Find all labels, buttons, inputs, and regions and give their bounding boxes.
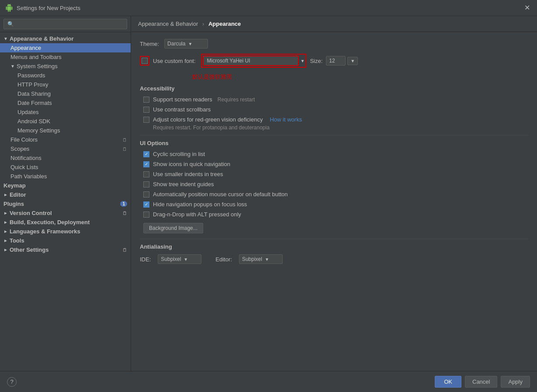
sidebar-item-label: Other Settings <box>10 246 121 253</box>
sidebar-item-version-control[interactable]: ► Version Control 🗒 <box>0 208 131 218</box>
sidebar-item-passwords[interactable]: Passwords <box>0 71 131 80</box>
sidebar-item-menus-toolbars[interactable]: Menus and Toolbars <box>0 52 131 62</box>
expand-arrow: ▼ <box>3 36 8 41</box>
sidebar-item-date-formats[interactable]: Date Formats <box>0 98 131 108</box>
color-deficiency-label: Adjust colors for red-green vision defic… <box>153 116 263 123</box>
window-title: Settings for New Projects <box>17 5 80 11</box>
hide-nav-popups-checkbox[interactable] <box>143 201 149 208</box>
sidebar-item-scopes[interactable]: Scopes 🗒 <box>0 144 131 153</box>
separator <box>140 135 528 135</box>
sidebar-item-label: Tools <box>10 237 127 244</box>
cyclic-scrolling-checkbox[interactable] <box>143 151 149 157</box>
editor-antialiasing-label: Editor: <box>215 256 232 263</box>
sidebar-item-file-colors[interactable]: File Colors 🗒 <box>0 135 131 144</box>
search-box <box>0 16 131 32</box>
icons-quick-nav-checkbox[interactable] <box>143 161 149 167</box>
sidebar-item-label: Data Sharing <box>17 90 127 97</box>
android-icon <box>5 4 13 12</box>
how-it-works-link[interactable]: How it works <box>270 116 302 123</box>
sidebar-item-label: System Settings <box>17 63 127 69</box>
other-settings-icon: 🗒 <box>122 247 127 253</box>
chevron-down-icon: ▼ <box>265 257 269 262</box>
sidebar-item-label: File Colors <box>10 136 121 143</box>
sidebar-item-label: Scopes <box>10 146 121 152</box>
sidebar-item-data-sharing[interactable]: Data Sharing <box>0 89 131 98</box>
drag-drop-alt-label: Drag-n-Drop with ALT pressed only <box>153 211 241 218</box>
sidebar-item-tools[interactable]: ► Tools <box>0 236 131 245</box>
antialiasing-row: IDE: Subpixel ▼ Editor: Subpixel ▼ <box>140 254 528 264</box>
separator2 <box>140 239 528 239</box>
tree-indent-guides-item: Show tree indent guides <box>143 181 528 187</box>
version-control-icon: 🗒 <box>122 211 127 216</box>
background-image-button[interactable]: Background Image... <box>143 223 203 233</box>
cancel-button[interactable]: Cancel <box>465 376 497 388</box>
sidebar-item-updates[interactable]: Updates <box>0 108 131 117</box>
ok-button[interactable]: OK <box>435 376 461 388</box>
sidebar-item-languages-frameworks[interactable]: ► Languages & Frameworks <box>0 227 131 236</box>
tree-indent-guides-label: Show tree indent guides <box>153 181 214 187</box>
sidebar: ▼ Appearance & Behavior Appearance Menus… <box>0 16 131 371</box>
font-dropdown[interactable]: ▼ <box>301 59 305 63</box>
cyclic-scrolling-item: Cyclic scrolling in list <box>143 151 528 157</box>
sidebar-item-path-variables[interactable]: Path Variables <box>0 172 131 181</box>
auto-mouse-cursor-checkbox[interactable] <box>143 191 149 198</box>
screen-readers-checkbox[interactable] <box>143 97 149 103</box>
contrast-scrollbars-label: Use contrast scrollbars <box>153 106 211 113</box>
sidebar-item-label: Version Control <box>10 210 121 216</box>
chevron-down-icon: ▼ <box>184 257 188 262</box>
sidebar-item-notifications[interactable]: Notifications <box>0 153 131 163</box>
ide-antialiasing-dropdown[interactable]: Subpixel ▼ <box>158 254 201 264</box>
auto-mouse-cursor-item: Automatically position mouse cursor on d… <box>143 191 528 198</box>
custom-font-checkbox[interactable] <box>142 58 148 64</box>
sidebar-item-label: Menus and Toolbars <box>10 54 127 60</box>
font-input[interactable] <box>203 56 299 66</box>
help-button[interactable]: ? <box>7 377 17 387</box>
sidebar-item-label: Updates <box>17 109 127 115</box>
sidebar-item-label: Notifications <box>10 155 127 161</box>
editor-antialiasing-value: Subpixel <box>242 256 262 262</box>
apply-button[interactable]: Apply <box>501 376 530 388</box>
sidebar-item-other-settings[interactable]: ► Other Settings 🗒 <box>0 245 131 254</box>
sidebar-item-memory-settings[interactable]: Memory Settings <box>0 126 131 135</box>
size-dropdown[interactable]: ▼ <box>347 57 358 65</box>
sidebar-item-label: Memory Settings <box>17 127 127 134</box>
ui-options-title: UI Options <box>140 140 528 146</box>
sidebar-item-android-sdk[interactable]: Android SDK <box>0 117 131 126</box>
sidebar-item-appearance-behavior[interactable]: ▼ Appearance & Behavior <box>0 34 131 43</box>
theme-dropdown[interactable]: Darcula ▼ <box>164 39 208 49</box>
sidebar-item-http-proxy[interactable]: HTTP Proxy <box>0 80 131 89</box>
sidebar-item-label: Date Formats <box>17 100 127 106</box>
expand-arrow: ► <box>3 247 8 252</box>
tree-indent-guides-checkbox[interactable] <box>143 181 149 187</box>
hide-nav-popups-label: Hide navigation popups on focus loss <box>153 201 247 208</box>
smaller-indents-label: Use smaller indents in trees <box>153 171 223 177</box>
sidebar-item-system-settings[interactable]: ▼ System Settings <box>0 62 131 71</box>
smaller-indents-checkbox[interactable] <box>143 171 149 177</box>
sidebar-item-keymap[interactable]: Keymap <box>0 181 131 190</box>
antialiasing-title: Antialiasing <box>140 243 528 250</box>
sidebar-item-build-execution[interactable]: ► Build, Execution, Deployment <box>0 218 131 227</box>
drag-drop-alt-checkbox[interactable] <box>143 212 149 218</box>
search-input[interactable] <box>3 19 127 29</box>
screen-readers-item: Support screen readers Requires restart <box>143 96 528 103</box>
sidebar-item-appearance[interactable]: Appearance <box>0 43 131 52</box>
sidebar-item-plugins[interactable]: Plugins 1 <box>0 199 131 208</box>
sidebar-item-label: Languages & Frameworks <box>10 228 127 235</box>
icons-quick-nav-item: Show icons in quick navigation <box>143 161 528 167</box>
editor-antialiasing-dropdown[interactable]: Subpixel ▼ <box>239 254 283 264</box>
contrast-scrollbars-checkbox[interactable] <box>143 107 149 113</box>
title-bar-left: Settings for New Projects <box>5 4 80 12</box>
close-button[interactable]: ✕ <box>523 3 532 12</box>
sidebar-item-quick-lists[interactable]: Quick Lists <box>0 163 131 172</box>
scopes-icon: 🗒 <box>122 146 127 152</box>
expand-arrow: ► <box>3 192 8 197</box>
background-image-container: Background Image... <box>143 223 528 233</box>
size-input[interactable] <box>326 56 346 66</box>
title-bar: Settings for New Projects ✕ <box>0 0 537 16</box>
color-deficiency-checkbox[interactable] <box>143 117 149 123</box>
sidebar-item-editor[interactable]: ► Editor <box>0 190 131 199</box>
expand-arrow: ▼ <box>10 64 15 69</box>
requires-restart-note: Requires restart <box>218 97 255 103</box>
contrast-scrollbars-item: Use contrast scrollbars <box>143 106 528 113</box>
theme-label: Theme: <box>140 41 159 47</box>
